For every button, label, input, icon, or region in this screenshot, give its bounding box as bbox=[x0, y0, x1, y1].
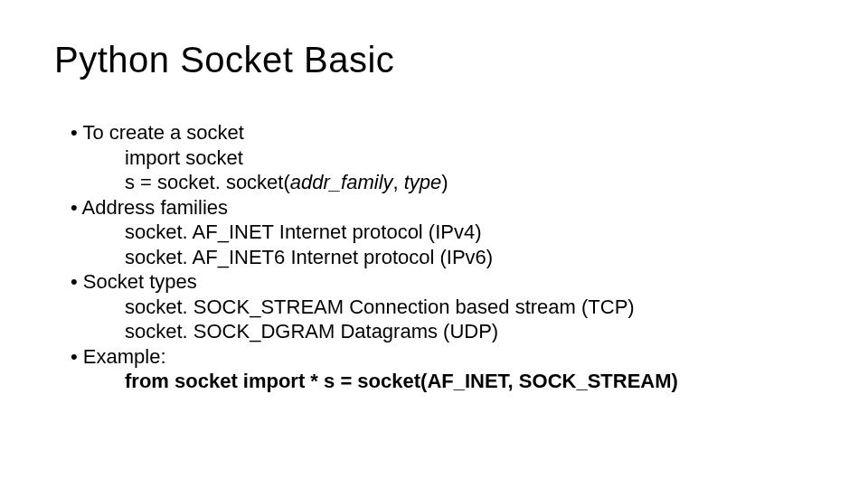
slide-content: To create a socket import socket s = soc… bbox=[54, 120, 814, 394]
sub-line: socket. SOCK_STREAM Connection based str… bbox=[125, 295, 814, 320]
bullet-item-address-families: Address families socket. AF_INET Interne… bbox=[71, 195, 814, 270]
bullet-item-create-socket: To create a socket import socket s = soc… bbox=[71, 120, 814, 195]
code-arg: addr_family bbox=[290, 171, 393, 193]
bullet-item-example: Example: from socket import * s = socket… bbox=[71, 344, 814, 394]
bullet-item-socket-types: Socket types socket. SOCK_STREAM Connect… bbox=[71, 269, 814, 344]
code-fragment: s = socket. socket( bbox=[125, 171, 290, 193]
bullet-head: Address families bbox=[71, 196, 228, 219]
sub-line: import socket bbox=[125, 145, 814, 171]
sub-line: socket. AF_INET6 Internet protocol (IPv6… bbox=[125, 245, 814, 270]
slide: Python Socket Basic To create a socket i… bbox=[0, 0, 868, 488]
code-fragment: ) bbox=[441, 171, 448, 193]
sub-line: socket. SOCK_DGRAM Datagrams (UDP) bbox=[125, 319, 814, 344]
bullet-head-text: Socket types bbox=[83, 270, 197, 293]
sub-line: socket. AF_INET Internet protocol (IPv4) bbox=[125, 220, 814, 245]
sub-line: s = socket. socket(addr_family, type) bbox=[125, 170, 814, 195]
bullet-head: Example: bbox=[71, 345, 166, 368]
bullet-head: Socket types bbox=[71, 270, 197, 293]
bullet-head-text: Example: bbox=[83, 345, 166, 368]
bullet-head-text: To create a socket bbox=[82, 121, 244, 144]
code-fragment: , bbox=[393, 171, 404, 193]
bullet-head-text: Address families bbox=[82, 196, 228, 219]
code-arg: type bbox=[404, 171, 442, 193]
bullet-head: To create a socket bbox=[71, 121, 244, 144]
sub-line: from socket import * s = socket(AF_INET,… bbox=[125, 369, 814, 394]
slide-title: Python Socket Basic bbox=[54, 40, 814, 80]
bullet-list: To create a socket import socket s = soc… bbox=[54, 120, 814, 394]
